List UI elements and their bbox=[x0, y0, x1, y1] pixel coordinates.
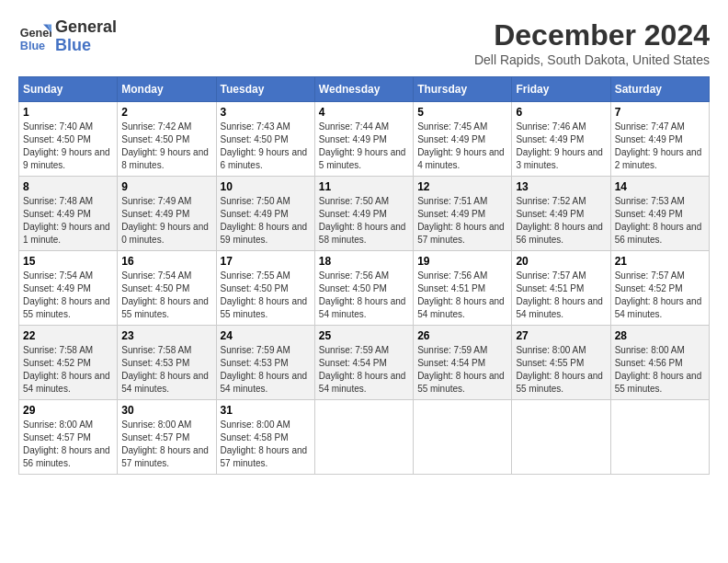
day-info: Sunrise: 7:58 AMSunset: 4:53 PMDaylight:… bbox=[121, 345, 209, 394]
day-info: Sunrise: 7:53 AMSunset: 4:49 PMDaylight:… bbox=[615, 196, 702, 245]
calendar-cell: 11 Sunrise: 7:50 AMSunset: 4:49 PMDaylig… bbox=[314, 177, 413, 251]
day-number: 4 bbox=[319, 106, 409, 119]
day-info: Sunrise: 8:00 AMSunset: 4:57 PMDaylight:… bbox=[121, 419, 209, 468]
day-number: 13 bbox=[516, 180, 606, 193]
day-number: 16 bbox=[121, 255, 211, 268]
calendar-cell: 26 Sunrise: 7:59 AMSunset: 4:54 PMDaylig… bbox=[414, 326, 512, 400]
logo: General Blue General Blue bbox=[18, 18, 117, 55]
page-subtitle: Dell Rapids, South Dakota, United States bbox=[474, 52, 710, 67]
calendar-cell: 23 Sunrise: 7:58 AMSunset: 4:53 PMDaylig… bbox=[118, 326, 216, 400]
day-info: Sunrise: 7:40 AMSunset: 4:50 PMDaylight:… bbox=[23, 121, 110, 170]
day-info: Sunrise: 7:42 AMSunset: 4:50 PMDaylight:… bbox=[121, 121, 209, 170]
calendar-cell: 5 Sunrise: 7:45 AMSunset: 4:49 PMDayligh… bbox=[414, 102, 512, 177]
day-info: Sunrise: 7:49 AMSunset: 4:49 PMDaylight:… bbox=[121, 196, 209, 245]
calendar-cell: 20 Sunrise: 7:57 AMSunset: 4:51 PMDaylig… bbox=[512, 251, 610, 326]
day-info: Sunrise: 7:48 AMSunset: 4:49 PMDaylight:… bbox=[23, 196, 110, 245]
day-number: 25 bbox=[319, 329, 409, 342]
calendar-body: 1 Sunrise: 7:40 AMSunset: 4:50 PMDayligh… bbox=[19, 102, 710, 475]
day-number: 11 bbox=[319, 180, 409, 193]
logo-text: General Blue bbox=[55, 18, 117, 55]
calendar-table: SundayMondayTuesdayWednesdayThursdayFrid… bbox=[18, 76, 710, 475]
calendar-cell: 21 Sunrise: 7:57 AMSunset: 4:52 PMDaylig… bbox=[610, 251, 709, 326]
column-header-friday: Friday bbox=[512, 77, 610, 102]
calendar-cell bbox=[512, 400, 610, 475]
day-info: Sunrise: 7:46 AMSunset: 4:49 PMDaylight:… bbox=[516, 121, 603, 170]
calendar-cell: 1 Sunrise: 7:40 AMSunset: 4:50 PMDayligh… bbox=[19, 102, 118, 177]
calendar-cell: 8 Sunrise: 7:48 AMSunset: 4:49 PMDayligh… bbox=[19, 177, 118, 251]
header-row: SundayMondayTuesdayWednesdayThursdayFrid… bbox=[19, 77, 710, 102]
calendar-cell bbox=[610, 400, 709, 475]
day-number: 23 bbox=[121, 329, 211, 342]
day-number: 14 bbox=[615, 180, 705, 193]
calendar-cell: 13 Sunrise: 7:52 AMSunset: 4:49 PMDaylig… bbox=[512, 177, 610, 251]
day-number: 2 bbox=[121, 106, 211, 119]
day-number: 15 bbox=[23, 255, 113, 268]
day-number: 26 bbox=[417, 329, 507, 342]
calendar-cell: 29 Sunrise: 8:00 AMSunset: 4:57 PMDaylig… bbox=[19, 400, 118, 475]
day-number: 10 bbox=[221, 180, 311, 193]
calendar-cell bbox=[414, 400, 512, 475]
day-info: Sunrise: 7:59 AMSunset: 4:54 PMDaylight:… bbox=[417, 345, 505, 394]
day-info: Sunrise: 8:00 AMSunset: 4:57 PMDaylight:… bbox=[23, 419, 110, 468]
day-number: 17 bbox=[221, 255, 311, 268]
calendar-cell bbox=[314, 400, 413, 475]
day-info: Sunrise: 8:00 AMSunset: 4:58 PMDaylight:… bbox=[221, 419, 308, 468]
calendar-cell: 14 Sunrise: 7:53 AMSunset: 4:49 PMDaylig… bbox=[610, 177, 709, 251]
day-info: Sunrise: 7:47 AMSunset: 4:49 PMDaylight:… bbox=[615, 121, 702, 170]
calendar-cell: 19 Sunrise: 7:56 AMSunset: 4:51 PMDaylig… bbox=[414, 251, 512, 326]
day-info: Sunrise: 7:57 AMSunset: 4:51 PMDaylight:… bbox=[516, 270, 603, 319]
day-number: 22 bbox=[23, 329, 113, 342]
svg-text:General: General bbox=[20, 27, 51, 40]
day-number: 19 bbox=[417, 255, 507, 268]
day-number: 30 bbox=[121, 404, 211, 417]
calendar-cell: 25 Sunrise: 7:59 AMSunset: 4:54 PMDaylig… bbox=[314, 326, 413, 400]
day-info: Sunrise: 8:00 AMSunset: 4:56 PMDaylight:… bbox=[615, 345, 702, 394]
day-number: 3 bbox=[221, 106, 311, 119]
day-info: Sunrise: 7:54 AMSunset: 4:49 PMDaylight:… bbox=[23, 270, 110, 319]
calendar-cell: 9 Sunrise: 7:49 AMSunset: 4:49 PMDayligh… bbox=[118, 177, 216, 251]
day-info: Sunrise: 7:50 AMSunset: 4:49 PMDaylight:… bbox=[221, 196, 308, 245]
day-info: Sunrise: 7:56 AMSunset: 4:51 PMDaylight:… bbox=[417, 270, 505, 319]
day-info: Sunrise: 7:54 AMSunset: 4:50 PMDaylight:… bbox=[121, 270, 209, 319]
week-row-4: 22 Sunrise: 7:58 AMSunset: 4:52 PMDaylig… bbox=[19, 326, 710, 400]
calendar-cell: 2 Sunrise: 7:42 AMSunset: 4:50 PMDayligh… bbox=[118, 102, 216, 177]
day-number: 7 bbox=[615, 106, 705, 119]
day-number: 8 bbox=[23, 180, 113, 193]
day-number: 29 bbox=[23, 404, 113, 417]
day-number: 6 bbox=[516, 106, 606, 119]
day-number: 1 bbox=[23, 106, 113, 119]
calendar-cell: 18 Sunrise: 7:56 AMSunset: 4:50 PMDaylig… bbox=[314, 251, 413, 326]
calendar-cell: 3 Sunrise: 7:43 AMSunset: 4:50 PMDayligh… bbox=[216, 102, 314, 177]
calendar-cell: 4 Sunrise: 7:44 AMSunset: 4:49 PMDayligh… bbox=[314, 102, 413, 177]
day-info: Sunrise: 7:59 AMSunset: 4:53 PMDaylight:… bbox=[221, 345, 308, 394]
day-info: Sunrise: 7:57 AMSunset: 4:52 PMDaylight:… bbox=[615, 270, 702, 319]
calendar-cell: 16 Sunrise: 7:54 AMSunset: 4:50 PMDaylig… bbox=[118, 251, 216, 326]
day-info: Sunrise: 7:56 AMSunset: 4:50 PMDaylight:… bbox=[319, 270, 406, 319]
calendar-cell: 28 Sunrise: 8:00 AMSunset: 4:56 PMDaylig… bbox=[610, 326, 709, 400]
calendar-cell: 31 Sunrise: 8:00 AMSunset: 4:58 PMDaylig… bbox=[216, 400, 314, 475]
day-number: 31 bbox=[221, 404, 311, 417]
day-info: Sunrise: 7:59 AMSunset: 4:54 PMDaylight:… bbox=[319, 345, 406, 394]
week-row-5: 29 Sunrise: 8:00 AMSunset: 4:57 PMDaylig… bbox=[19, 400, 710, 475]
column-header-saturday: Saturday bbox=[610, 77, 709, 102]
header: General Blue General Blue December 2024 … bbox=[18, 18, 710, 67]
day-info: Sunrise: 8:00 AMSunset: 4:55 PMDaylight:… bbox=[516, 345, 603, 394]
day-number: 18 bbox=[319, 255, 409, 268]
day-info: Sunrise: 7:50 AMSunset: 4:49 PMDaylight:… bbox=[319, 196, 406, 245]
day-number: 28 bbox=[615, 329, 705, 342]
calendar-header: SundayMondayTuesdayWednesdayThursdayFrid… bbox=[19, 77, 710, 102]
week-row-3: 15 Sunrise: 7:54 AMSunset: 4:49 PMDaylig… bbox=[19, 251, 710, 326]
day-info: Sunrise: 7:43 AMSunset: 4:50 PMDaylight:… bbox=[221, 121, 308, 170]
calendar-cell: 30 Sunrise: 8:00 AMSunset: 4:57 PMDaylig… bbox=[118, 400, 216, 475]
svg-text:Blue: Blue bbox=[20, 39, 45, 52]
week-row-2: 8 Sunrise: 7:48 AMSunset: 4:49 PMDayligh… bbox=[19, 177, 710, 251]
day-info: Sunrise: 7:44 AMSunset: 4:49 PMDaylight:… bbox=[319, 121, 406, 170]
day-number: 5 bbox=[417, 106, 507, 119]
page-title: December 2024 bbox=[474, 18, 710, 52]
calendar-cell: 15 Sunrise: 7:54 AMSunset: 4:49 PMDaylig… bbox=[19, 251, 118, 326]
column-header-monday: Monday bbox=[118, 77, 216, 102]
logo-icon: General Blue bbox=[18, 20, 51, 53]
column-header-thursday: Thursday bbox=[414, 77, 512, 102]
calendar-cell: 24 Sunrise: 7:59 AMSunset: 4:53 PMDaylig… bbox=[216, 326, 314, 400]
calendar-cell: 22 Sunrise: 7:58 AMSunset: 4:52 PMDaylig… bbox=[19, 326, 118, 400]
